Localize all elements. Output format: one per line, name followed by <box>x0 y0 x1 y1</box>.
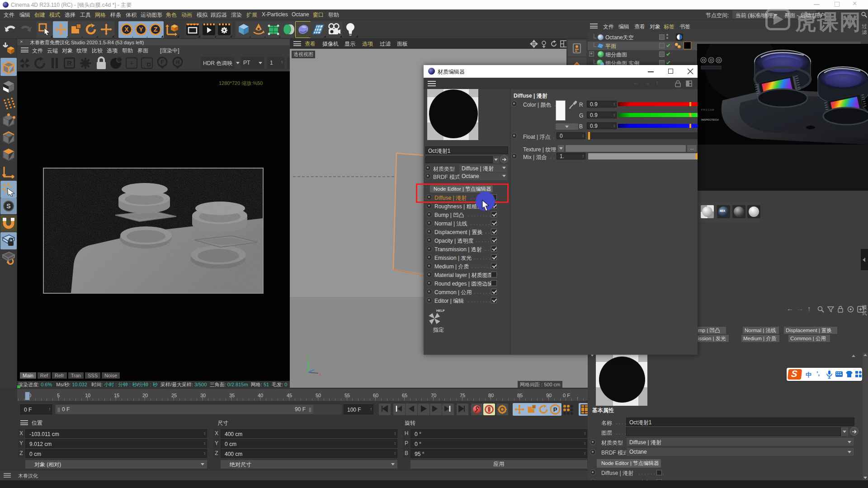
svg-text:Y: Y <box>307 355 309 360</box>
svg-text:S: S <box>6 202 10 210</box>
svg-text:Z: Z <box>154 26 158 33</box>
svg-text:F: F <box>160 59 164 66</box>
svg-text:P R O C A M: P R O C A M <box>701 108 714 111</box>
svg-text:H: H <box>176 59 180 66</box>
svg-text:X: X <box>124 26 129 33</box>
svg-text:Y: Y <box>139 26 143 33</box>
svg-text:X: X <box>319 372 321 377</box>
svg-text:INSPECTECH: INSPECTECH <box>701 118 719 121</box>
svg-text:P: P <box>553 406 557 413</box>
